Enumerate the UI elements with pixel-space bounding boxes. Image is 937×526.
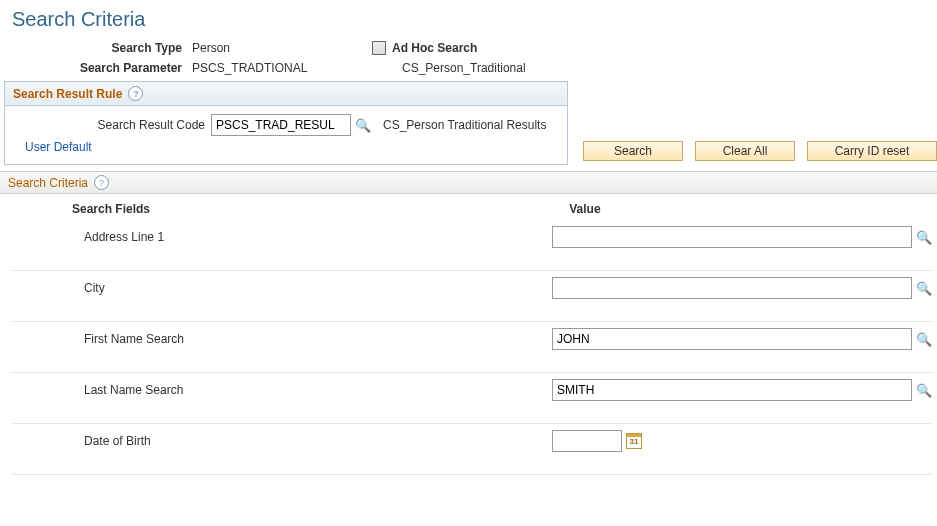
lookup-icon[interactable]: 🔍	[355, 118, 371, 133]
page-title: Search Criteria	[0, 0, 937, 35]
field-row-address1: Address Line 1 🔍	[12, 220, 932, 271]
search-fields-area: Search Fields Value Address Line 1 🔍 Cit…	[0, 194, 932, 475]
adhoc-label: Ad Hoc Search	[392, 41, 477, 55]
lookup-icon[interactable]: 🔍	[916, 332, 932, 347]
help-icon[interactable]: ?	[128, 86, 143, 101]
field-label: First Name Search	[12, 332, 544, 346]
user-default-link[interactable]: User Default	[15, 136, 92, 160]
search-result-rule-header: Search Result Rule ?	[5, 82, 567, 106]
help-icon[interactable]: ?	[94, 175, 109, 190]
field-label: Address Line 1	[12, 230, 544, 244]
button-bar: Search Clear All Carry ID reset	[583, 139, 937, 165]
search-param-label: Search Parameter	[12, 61, 192, 75]
clear-all-button[interactable]: Clear All	[695, 141, 795, 161]
first-name-input[interactable]	[552, 328, 912, 350]
field-label: Last Name Search	[12, 383, 544, 397]
column-search-fields: Search Fields	[12, 202, 489, 216]
search-type-label: Search Type	[12, 41, 192, 55]
city-input[interactable]	[552, 277, 912, 299]
search-result-rule-box: Search Result Rule ? Search Result Code …	[4, 81, 568, 165]
dob-input[interactable]	[552, 430, 622, 452]
carry-id-reset-button[interactable]: Carry ID reset	[807, 141, 937, 161]
lookup-icon[interactable]: 🔍	[916, 383, 932, 398]
result-code-label: Search Result Code	[15, 118, 211, 132]
field-row-last-name: Last Name Search 🔍	[12, 373, 932, 424]
field-label: Date of Birth	[12, 434, 544, 448]
meta-block: Search Type Person Ad Hoc Search Search …	[0, 41, 937, 75]
checkbox-icon	[372, 41, 386, 55]
lookup-icon[interactable]: 🔍	[916, 230, 932, 245]
address1-input[interactable]	[552, 226, 912, 248]
result-code-desc: CS_Person Traditional Results	[383, 118, 546, 132]
search-button[interactable]: Search	[583, 141, 683, 161]
calendar-icon[interactable]: 31	[626, 433, 642, 449]
search-param-desc: CS_Person_Traditional	[402, 61, 526, 75]
column-value: Value	[489, 202, 932, 216]
result-code-input[interactable]	[211, 114, 351, 136]
search-type-value: Person	[192, 41, 352, 55]
adhoc-search-checkbox[interactable]: Ad Hoc Search	[372, 41, 477, 55]
field-row-dob: Date of Birth 31	[12, 424, 932, 475]
field-label: City	[12, 281, 544, 295]
last-name-input[interactable]	[552, 379, 912, 401]
field-row-city: City 🔍	[12, 271, 932, 322]
lookup-icon[interactable]: 🔍	[916, 281, 932, 296]
search-param-value: PSCS_TRADTIONAL	[192, 61, 352, 75]
field-row-first-name: First Name Search 🔍	[12, 322, 932, 373]
search-criteria-header: Search Criteria ?	[0, 171, 937, 194]
